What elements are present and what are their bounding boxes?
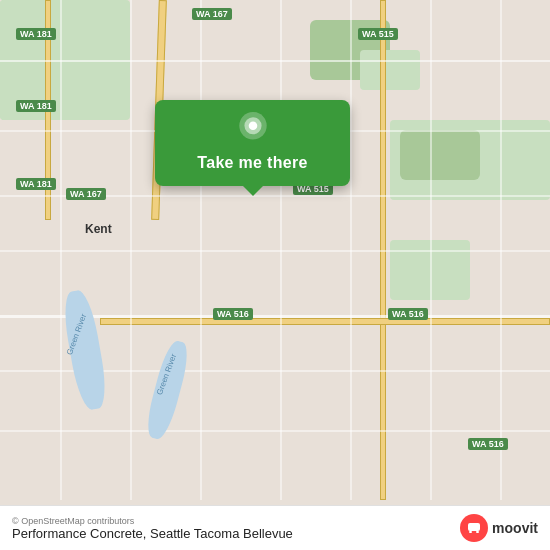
- street-v4: [280, 0, 282, 500]
- take-me-there-button[interactable]: Take me there: [197, 154, 307, 172]
- moovit-text: moovit: [492, 520, 538, 536]
- street-v7: [500, 0, 502, 500]
- svg-rect-4: [469, 531, 472, 533]
- attribution-text: © OpenStreetMap contributors: [12, 516, 293, 526]
- moovit-logo: moovit: [460, 514, 538, 542]
- bus-icon: [466, 520, 482, 536]
- map-container: Green River Green River WA 181 WA 181 WA…: [0, 0, 550, 550]
- wa181-label-1: WA 181: [16, 28, 56, 40]
- bottom-info: © OpenStreetMap contributors Performance…: [12, 516, 293, 541]
- wa516-label-2: WA 516: [388, 308, 428, 320]
- svg-rect-5: [476, 531, 479, 533]
- moovit-icon: [460, 514, 488, 542]
- street-v6: [430, 0, 432, 500]
- street-v3: [200, 0, 202, 500]
- wa515-label-1: WA 515: [358, 28, 398, 40]
- street-v5: [350, 0, 352, 500]
- place-name: Performance Concrete, Seattle Tacoma Bel…: [12, 526, 293, 541]
- bottom-bar: © OpenStreetMap contributors Performance…: [0, 505, 550, 550]
- svg-point-2: [248, 121, 257, 130]
- wa181-label-3: WA 181: [16, 178, 56, 190]
- street-h4: [0, 250, 550, 252]
- street-h7: [0, 430, 550, 432]
- street-v1: [60, 0, 62, 500]
- location-pin-icon: [235, 112, 271, 148]
- highway-516-h: [100, 318, 550, 325]
- wa516-label-1: WA 516: [213, 308, 253, 320]
- city-label-kent: Kent: [85, 222, 112, 236]
- wa167-label-1: WA 167: [192, 8, 232, 20]
- street-h1: [0, 60, 550, 62]
- map-popup: Take me there: [155, 100, 350, 186]
- street-v2: [130, 0, 132, 500]
- wa181-label-2: WA 181: [16, 100, 56, 112]
- wa167-label-2: WA 167: [66, 188, 106, 200]
- green-area-4: [360, 50, 420, 90]
- svg-rect-3: [468, 523, 480, 531]
- green-area-6: [400, 130, 480, 180]
- wa516-label-3: WA 516: [468, 438, 508, 450]
